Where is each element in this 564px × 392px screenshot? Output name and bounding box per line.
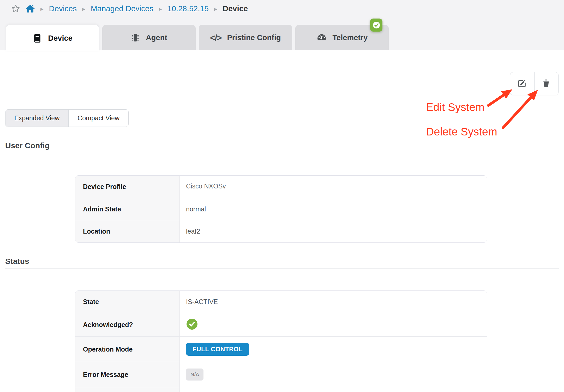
view-toggle: Expanded View Compact View: [5, 109, 129, 127]
tab-telemetry[interactable]: Telemetry: [295, 25, 389, 50]
row-label: Error Message: [75, 362, 180, 387]
device-profile-link[interactable]: Cisco NXOSv: [186, 182, 226, 191]
status-table: State IS-ACTIVE Acknowledged? Operation …: [75, 290, 487, 392]
breadcrumb-separator: ▸: [40, 5, 44, 13]
row-value: IS-ACTIVE: [180, 291, 487, 313]
table-row-admin-state: Admin State normal: [75, 198, 487, 220]
row-label: [75, 387, 180, 392]
breadcrumb-ip-address[interactable]: 10.28.52.15: [167, 4, 208, 13]
breadcrumb-devices[interactable]: Devices: [49, 4, 77, 13]
section-title-status: Status: [5, 257, 29, 266]
row-value: normal: [180, 198, 487, 220]
row-label: Admin State: [75, 198, 180, 220]
star-icon[interactable]: [11, 4, 20, 13]
row-label: Device Profile: [75, 176, 180, 198]
check-badge-icon: [370, 19, 382, 32]
row-value: [180, 387, 487, 392]
tab-label: Pristine Config: [227, 33, 281, 42]
breadcrumb-separator: ▸: [214, 5, 217, 13]
breadcrumb-separator: ▸: [82, 5, 85, 13]
row-label: Location: [75, 220, 180, 242]
tab-agent[interactable]: Agent: [102, 25, 196, 50]
page-header: ▸ Devices ▸ Managed Devices ▸ 10.28.52.1…: [0, 0, 564, 50]
table-row-operation-mode: Operation Mode FULL CONTROL: [75, 336, 487, 362]
breadcrumb-managed-devices[interactable]: Managed Devices: [91, 4, 153, 13]
book-icon: [32, 33, 42, 43]
table-row-partial: [75, 387, 487, 392]
user-config-table: Device Profile Cisco NXOSv Admin State n…: [75, 175, 487, 243]
tab-device[interactable]: Device: [6, 25, 99, 51]
tab-label: Device: [48, 34, 73, 43]
check-circle-icon: [186, 318, 198, 332]
table-row-device-profile: Device Profile Cisco NXOSv: [75, 176, 487, 198]
tab-bar: Device Agent </> Pristine Confi: [6, 25, 389, 51]
breadcrumb-separator: ▸: [159, 5, 162, 13]
row-label: State: [75, 291, 180, 313]
chip-icon: [131, 33, 140, 43]
row-label: Operation Mode: [75, 337, 180, 362]
breadcrumb-current-device: Device: [223, 4, 248, 13]
annotation-arrows: [483, 86, 545, 133]
row-label: Acknowledged?: [75, 313, 180, 336]
home-icon[interactable]: [26, 4, 35, 13]
breadcrumb: ▸ Devices ▸ Managed Devices ▸ 10.28.52.1…: [11, 0, 248, 17]
compact-view-button[interactable]: Compact View: [68, 110, 128, 127]
table-row-location: Location leaf2: [75, 220, 487, 242]
section-title-user-config: User Config: [5, 141, 50, 150]
gauge-icon: [316, 33, 327, 43]
table-row-acknowledged: Acknowledged?: [75, 313, 487, 336]
annotation-edit-system: Edit System: [426, 101, 484, 114]
row-value: leaf2: [180, 220, 487, 242]
code-icon: </>: [210, 33, 221, 43]
expanded-view-button[interactable]: Expanded View: [5, 110, 68, 127]
tab-pristine-config[interactable]: </> Pristine Config: [199, 25, 292, 50]
section-divider: [5, 153, 559, 153]
table-row-state: State IS-ACTIVE: [75, 291, 487, 313]
table-row-error-message: Error Message N/A: [75, 362, 487, 387]
tab-label: Telemetry: [333, 33, 368, 42]
section-divider: [5, 268, 559, 269]
full-control-badge[interactable]: FULL CONTROL: [186, 343, 249, 356]
na-badge: N/A: [186, 369, 203, 381]
tab-label: Agent: [146, 33, 167, 42]
